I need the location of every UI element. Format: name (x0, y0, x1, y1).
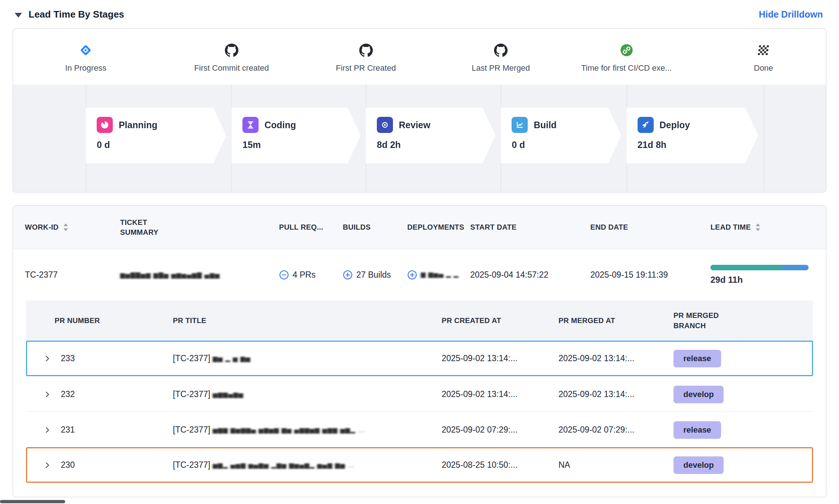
github-icon (166, 41, 297, 60)
column-separator (764, 85, 764, 192)
stage-duration: 0 d (512, 140, 621, 150)
jira-in-progress-icon (20, 41, 152, 60)
chevron-right-icon[interactable] (43, 426, 51, 434)
deployments-header: DEPLOYMENTS (407, 223, 470, 231)
chevron-right-icon[interactable] (43, 461, 51, 469)
section-header: Lead Time By Stages Hide Drilldown (0, 0, 839, 28)
milestone-first-pr: First PR Created (300, 41, 432, 73)
stage-name: Coding (264, 120, 296, 130)
lead-time-bar (710, 265, 809, 270)
collapse-arrow-icon[interactable] (15, 13, 22, 18)
milestone-done: Done (698, 41, 827, 73)
chevron-right-icon[interactable] (43, 390, 51, 399)
pr-merged-at: 2025-09-02 07:29:... (558, 425, 673, 435)
lead-time-header[interactable]: LEAD TIME (710, 223, 814, 231)
planning-icon (97, 117, 113, 133)
stage-chip-deploy[interactable]: Deploy 21d 8h (627, 108, 758, 163)
pr-merged-at: NA (558, 460, 673, 470)
end-date-header: END DATE (590, 223, 710, 231)
pr-number: 232 (61, 389, 75, 399)
milestone-label: Done (698, 63, 827, 73)
stage-chip-build[interactable]: Build 0 d (501, 108, 621, 163)
page-title: Lead Time By Stages (29, 9, 124, 20)
pr-title: [TC-2377] ▆▇▇ ▇▆▇▇▅ ▆▇▆▇ ▇▆ ▅▇▇▆▇ ▆▇▇ ▆▇… (173, 425, 442, 435)
milestone-last-pr-merged: Last PR Merged (435, 41, 567, 73)
pr-number: 230 (61, 460, 75, 470)
pr-title: [TC-2377] ▆▇▂ ▅▆▇ ▆▅▇▆ ▂▇▆ ▇▆▅▇▂ ▆▅▇ ▇▆ … (173, 460, 442, 470)
lead-time-stages-panel: In Progress First Commit created First P… (12, 28, 827, 193)
builds-cell[interactable]: 27 Builds (343, 270, 407, 280)
pr-created-header: PR CREATED AT (442, 316, 558, 325)
pr-number-header: PR NUMBER (27, 316, 173, 325)
pr-row[interactable]: 230 [TC-2377] ▆▇▂ ▅▆▇ ▆▅▇▆ ▂▇▆ ▇▆▅▇▂ ▆▅▇… (26, 447, 813, 483)
work-table-header: WORK-ID TICKET SUMMARY PULL REQ... BUILD… (13, 206, 826, 249)
stage-name: Build (534, 120, 557, 130)
stage-duration: 0 d (97, 140, 226, 150)
drilldown-table-panel: WORK-ID TICKET SUMMARY PULL REQ... BUILD… (12, 205, 827, 497)
milestone-label: Time for first CI/CD exe... (561, 63, 693, 73)
stage-duration: 8d 2h (377, 140, 495, 150)
pr-row[interactable]: 232 [TC-2377] ▆▇▇▅▇▆ 2025-09-02 13:14:..… (26, 376, 813, 412)
lead-time-cell: 29d 11h (710, 265, 814, 285)
sort-icon (63, 223, 68, 231)
milestone-label: First Commit created (166, 63, 297, 73)
work-id-header[interactable]: WORK-ID (25, 223, 120, 231)
sort-icon (755, 223, 761, 231)
branch-badge: release (673, 421, 721, 439)
stage-chip-planning[interactable]: Planning 0 d (86, 108, 226, 163)
stage-name: Deploy (660, 120, 690, 130)
pr-number: 233 (61, 353, 75, 363)
deploy-rocket-icon (638, 117, 654, 133)
pr-created-at: 2025-09-02 07:29:... (442, 425, 558, 435)
expand-circle-plus-icon (343, 270, 353, 280)
redacted-text: ▆▇▇▅▇▆ (213, 392, 244, 398)
deployments-cell[interactable]: ▇ ▇▆▅ ▂ ▂ (407, 270, 470, 280)
redacted-text: ▇▆██▆▇ ▇█▆ ▆▇▆▅▇█ ▅▇▆ (120, 272, 220, 278)
builds-header: BUILDS (343, 223, 407, 231)
stage-duration: 15m (242, 140, 361, 150)
work-item-row[interactable]: TC-2377 ▇▆██▆▇ ▇█▆ ▆▇▆▅▇█ ▅▇▆ 4 PRs 27 B… (13, 249, 826, 300)
stage-chip-coding[interactable]: Coding 15m (231, 108, 361, 163)
collapse-circle-minus-icon (279, 270, 289, 280)
stage-name: Review (399, 120, 430, 130)
pr-row[interactable]: 231 [TC-2377] ▆▇▇ ▇▆▇▇▅ ▆▇▆▇ ▇▆ ▅▇▇▆▇ ▆▇… (26, 412, 813, 447)
milestone-label: In Progress (20, 63, 152, 73)
pull-requests-header: PULL REQ... (279, 223, 334, 231)
pr-merged-branch-header: PR MERGED BRANCH (673, 310, 736, 331)
redacted-text: ▇▆ ▂ ▆ ▇▆ (213, 356, 251, 362)
chevron-right-icon[interactable] (43, 355, 51, 363)
lead-time-value: 29d 11h (710, 275, 814, 285)
horizontal-scrollbar-thumb[interactable] (0, 500, 65, 503)
milestone-label: Last PR Merged (435, 63, 567, 73)
branch-badge: develop (673, 386, 724, 403)
pr-merged-at: 2025-09-02 13:14:... (558, 353, 673, 363)
work-id-cell: TC-2377 (25, 270, 120, 280)
redacted-text: ▇ ▇▆▅ ▂ ▂ (421, 272, 459, 278)
branch-badge: release (673, 350, 721, 367)
github-icon (300, 41, 432, 60)
expand-circle-plus-icon (407, 270, 417, 280)
checkered-flag-icon (698, 41, 827, 60)
pr-merged-header: PR MERGED AT (558, 316, 673, 325)
coding-hourglass-icon (242, 117, 259, 133)
milestone-label: First PR Created (300, 63, 432, 73)
pr-row[interactable]: 233 [TC-2377] ▇▆ ▂ ▆ ▇▆ 2025-09-02 13:14… (26, 341, 813, 376)
hide-drilldown-link[interactable]: Hide Drilldown (759, 9, 823, 20)
pull-requests-cell[interactable]: 4 PRs (279, 270, 343, 280)
pr-number: 231 (61, 425, 75, 435)
stage-band: Planning 0 d Coding 15m (13, 85, 826, 192)
cicd-icon (561, 41, 693, 60)
start-date-cell: 2025-09-04 14:57:22 (470, 270, 590, 280)
pr-title: [TC-2377] ▆▇▇▅▇▆ (173, 389, 442, 399)
ticket-summary-header: TICKET SUMMARY (120, 218, 179, 237)
pr-table-header: PR NUMBER PR TITLE PR CREATED AT PR MERG… (26, 300, 813, 341)
github-icon (435, 41, 567, 60)
start-date-header: START DATE (470, 223, 590, 231)
review-icon (377, 117, 393, 133)
pr-table: PR NUMBER PR TITLE PR CREATED AT PR MERG… (26, 300, 813, 483)
stage-chip-review[interactable]: Review 8d 2h (366, 108, 495, 163)
ticket-summary-cell: ▇▆██▆▇ ▇█▆ ▆▇▆▅▇█ ▅▇▆ (120, 270, 279, 280)
pr-created-at: 2025-09-02 13:14:... (442, 389, 558, 399)
milestone-first-cicd: Time for first CI/CD exe... (561, 41, 693, 73)
pr-created-at: 2025-09-02 13:14:... (442, 353, 558, 363)
